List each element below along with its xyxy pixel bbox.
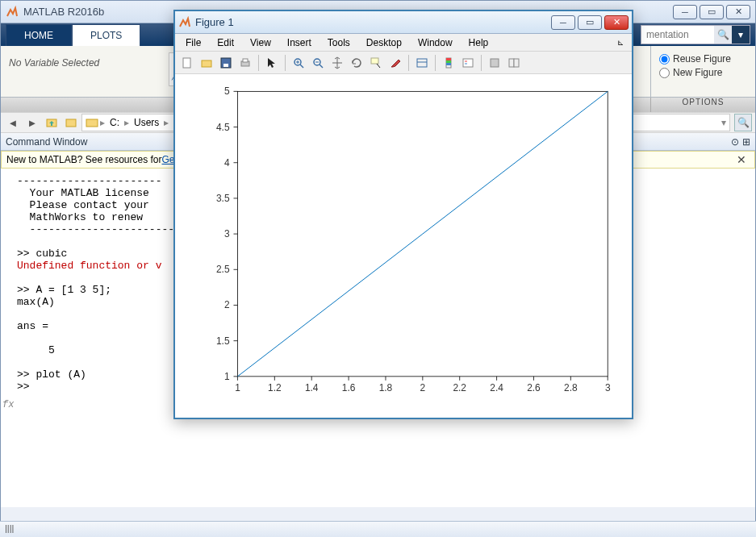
svg-rect-28: [514, 59, 519, 67]
pan-icon[interactable]: [328, 54, 346, 72]
svg-text:4.5: 4.5: [216, 122, 230, 133]
show-plot-icon[interactable]: [505, 54, 523, 72]
pointer-icon[interactable]: [263, 54, 281, 72]
print-icon[interactable]: [236, 54, 254, 72]
banner-text: New to MATLAB? See resources for: [6, 154, 162, 165]
cmd-line-cubic: >> cubic: [17, 248, 67, 260]
menu-view[interactable]: View: [243, 35, 278, 50]
ans-value: 5: [17, 344, 55, 356]
crumb-users[interactable]: Users: [131, 117, 162, 128]
svg-text:2: 2: [224, 299, 230, 310]
svg-rect-16: [371, 58, 378, 64]
svg-text:1: 1: [235, 382, 240, 393]
cmd-line-plot: >> plot (A): [17, 368, 86, 381]
svg-text:3.5: 3.5: [216, 193, 230, 204]
svg-text:1.5: 1.5: [216, 335, 230, 347]
svg-line-10: [300, 65, 303, 68]
colorbar-icon[interactable]: [440, 54, 457, 72]
svg-text:2.8: 2.8: [564, 382, 578, 393]
svg-rect-3: [183, 58, 190, 68]
menu-help[interactable]: Help: [462, 35, 496, 50]
svg-rect-2: [86, 119, 98, 127]
figure-logo-icon: [178, 16, 191, 29]
up-folder-icon[interactable]: [43, 114, 61, 131]
figure-title: Figure 1: [195, 16, 551, 28]
svg-rect-4: [202, 60, 211, 67]
new-figure-icon[interactable]: [178, 54, 196, 72]
svg-text:2.4: 2.4: [490, 382, 503, 393]
command-window-title: Command Window: [6, 136, 87, 148]
svg-rect-23: [463, 59, 473, 67]
matlab-logo-icon: [6, 6, 19, 19]
status-bar: ||||: [0, 521, 756, 537]
svg-text:1.2: 1.2: [268, 382, 282, 393]
figure-menu-chevron-icon[interactable]: ⊾: [612, 38, 629, 47]
new-figure-radio[interactable]: New Figure: [659, 67, 747, 78]
svg-rect-21: [446, 60, 451, 63]
forward-button[interactable]: ►: [23, 114, 41, 131]
figure-maximize-button[interactable]: ▭: [578, 15, 602, 30]
zoom-out-icon[interactable]: [309, 54, 327, 72]
crumb-drive[interactable]: C:: [107, 117, 123, 128]
svg-text:4: 4: [224, 157, 230, 169]
svg-text:2.5: 2.5: [216, 264, 230, 275]
svg-rect-20: [446, 58, 451, 60]
menu-file[interactable]: File: [178, 35, 208, 50]
prompt[interactable]: >>: [17, 381, 36, 393]
maximize-button[interactable]: ▭: [700, 5, 724, 19]
browse-folder-icon[interactable]: [62, 114, 80, 131]
dropdown-icon[interactable]: ⊙: [731, 136, 739, 148]
menu-tools[interactable]: Tools: [320, 35, 357, 50]
svg-line-14: [320, 65, 323, 68]
path-search-icon[interactable]: 🔍: [734, 114, 752, 131]
figure-titlebar[interactable]: Figure 1 ─ ▭ ✕: [175, 11, 632, 34]
zoom-in-icon[interactable]: [290, 54, 307, 72]
hide-plot-icon[interactable]: [486, 54, 503, 72]
menu-insert[interactable]: Insert: [280, 35, 319, 50]
layout-icon[interactable]: ⊞: [742, 136, 750, 148]
doc-search-box[interactable]: 🔍 ▾: [641, 25, 750, 44]
banner-close-button[interactable]: ✕: [733, 153, 750, 166]
no-variable-text: No Variable Selected: [1, 46, 162, 97]
menu-edit[interactable]: Edit: [210, 35, 241, 50]
doc-search-input[interactable]: [641, 27, 714, 42]
svg-text:5: 5: [224, 85, 230, 97]
figure-close-button[interactable]: ✕: [604, 15, 629, 30]
svg-text:1.6: 1.6: [342, 382, 356, 393]
menu-window[interactable]: Window: [411, 35, 460, 50]
cmd-line-assign: >> A = [1 3 5];: [17, 284, 111, 296]
svg-text:2.6: 2.6: [527, 382, 541, 393]
link-icon[interactable]: [413, 54, 431, 72]
toolstrip-collapse-icon[interactable]: ▾: [732, 26, 750, 44]
figure-minimize-button[interactable]: ─: [551, 15, 575, 30]
back-button[interactable]: ◄: [4, 114, 22, 131]
fx-icon[interactable]: fx: [2, 399, 14, 410]
brush-icon[interactable]: [386, 54, 404, 72]
svg-text:3: 3: [605, 382, 611, 393]
close-button[interactable]: ✕: [726, 5, 750, 19]
tab-plots[interactable]: PLOTS: [72, 24, 140, 46]
svg-rect-26: [491, 59, 499, 67]
reuse-figure-radio[interactable]: Reuse Figure: [659, 53, 747, 65]
svg-rect-22: [446, 63, 451, 65]
svg-rect-6: [223, 64, 228, 67]
figure-toolbar: [175, 52, 632, 74]
minimize-button[interactable]: ─: [673, 5, 697, 19]
tab-home[interactable]: HOME: [6, 24, 72, 46]
save-icon[interactable]: [217, 54, 235, 72]
section-options: OPTIONS: [650, 98, 755, 112]
menu-desktop[interactable]: Desktop: [359, 35, 409, 50]
figure-axes[interactable]: 11.21.41.61.822.22.42.62.8311.522.533.54…: [175, 74, 632, 418]
svg-rect-17: [417, 59, 427, 67]
ans-label: ans =: [17, 320, 48, 332]
svg-rect-8: [243, 59, 248, 62]
svg-rect-1: [66, 119, 76, 127]
datacursor-icon[interactable]: [367, 54, 385, 72]
open-icon[interactable]: [198, 54, 215, 72]
rotate-icon[interactable]: [348, 54, 365, 72]
search-icon[interactable]: 🔍: [714, 26, 732, 44]
folder-icon: [86, 116, 98, 129]
legend-icon[interactable]: [459, 54, 477, 72]
svg-rect-27: [509, 59, 514, 67]
svg-text:2.2: 2.2: [453, 382, 466, 393]
